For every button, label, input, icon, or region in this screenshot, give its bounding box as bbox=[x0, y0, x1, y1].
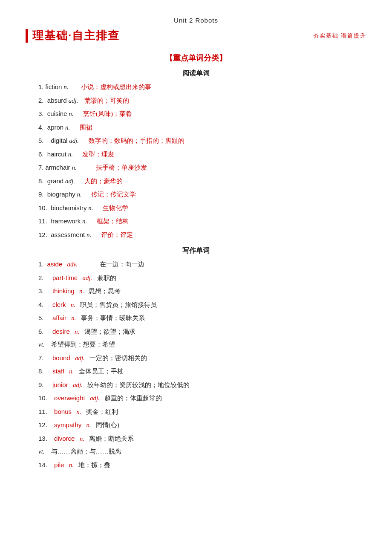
word-en: overweight bbox=[54, 394, 85, 402]
word-pos: n. bbox=[68, 315, 76, 321]
word-spacer bbox=[93, 422, 95, 428]
word-pos: n. bbox=[63, 84, 68, 90]
word-spacer bbox=[94, 275, 95, 281]
word-number: 12. assessment bbox=[38, 231, 85, 238]
list-item: 7. armchair n. 扶手椅；单座沙发 bbox=[38, 162, 366, 173]
word-pos-vt2: vt. bbox=[38, 448, 45, 455]
list-item: 10. overweight adj. 超重的；体重超常的 bbox=[38, 393, 366, 404]
word-zh: 在一边；向一边 bbox=[100, 261, 144, 268]
word-spacer bbox=[77, 301, 79, 308]
word-zh: 数字的；数码的；手指的；脚趾的 bbox=[89, 137, 184, 144]
word-pos: n. bbox=[76, 288, 84, 295]
word-en: armchair bbox=[45, 164, 70, 171]
word-en: aside bbox=[47, 260, 62, 268]
word-pos-vt: vt. bbox=[38, 341, 45, 348]
list-item: 8. grand adj. 大的；豪华的 bbox=[38, 176, 366, 187]
list-item: 2. absurd adj. 荒谬的；可笑的 bbox=[38, 95, 366, 107]
writing-section-title: 写作单词 bbox=[26, 246, 366, 255]
list-item: 12. sympathy n. 同情(心) bbox=[38, 419, 366, 431]
word-spacer bbox=[80, 97, 83, 104]
list-item: 3. thinking n. 思想；思考 bbox=[38, 286, 366, 297]
list-item: 1. fiction n. 小说；虚构或想出来的事 bbox=[38, 81, 366, 93]
word-en: fiction bbox=[45, 83, 62, 90]
word-zh: 堆；摞；叠 bbox=[78, 462, 110, 468]
word-zh: 小说；虚构或想出来的事 bbox=[81, 84, 151, 90]
word-spacer bbox=[70, 84, 80, 90]
word-zh: 发型；理发 bbox=[82, 151, 114, 158]
word-number: 11. bbox=[38, 408, 52, 415]
list-item: 4. clerk n. 职员；售货员；旅馆接待员 bbox=[38, 299, 366, 311]
word-number: 8. bbox=[38, 367, 51, 375]
word-spacer bbox=[81, 137, 87, 144]
word-zh: 奖金；红利 bbox=[86, 408, 118, 415]
word-spacer bbox=[81, 328, 83, 335]
top-divider bbox=[26, 13, 366, 13]
word-pos: adj. bbox=[68, 97, 78, 104]
list-item: 5. affair n. 事务；事情；暧昧关系 bbox=[38, 312, 366, 324]
word-number: 7. bbox=[38, 354, 51, 361]
word-spacer bbox=[93, 231, 99, 238]
word-zh: 事务；事情；暧昧关系 bbox=[81, 315, 145, 321]
word-en: affair bbox=[52, 314, 66, 321]
list-item: 6. desire n. 渴望；欲望；渴求 bbox=[38, 326, 366, 338]
word-number: 12. bbox=[38, 421, 52, 428]
word-number: 1. bbox=[38, 83, 44, 90]
list-item: 11. bonus n. 奖金；红利 bbox=[38, 406, 366, 418]
word-number: 2. bbox=[38, 274, 51, 281]
word-pos: n. bbox=[65, 124, 70, 131]
word-spacer bbox=[72, 124, 78, 131]
list-item: 14. pile n. 堆；摞；叠 bbox=[38, 460, 366, 471]
section-header-left: 理基础·自主排查 bbox=[26, 28, 120, 43]
word-en: staff bbox=[52, 367, 64, 375]
list-item: 13. divorce n. 离婚；断绝关系 bbox=[38, 433, 366, 445]
word-number: 5. bbox=[38, 314, 51, 321]
word-zh: 同情(心) bbox=[96, 422, 119, 428]
word-number: 10. bbox=[38, 394, 52, 402]
word-zh: 烹饪(风味)；菜肴 bbox=[83, 110, 132, 117]
word-pos: n. bbox=[73, 408, 81, 415]
word-spacer bbox=[78, 164, 94, 171]
word-spacer bbox=[83, 408, 84, 415]
word-number: 7. bbox=[38, 164, 44, 171]
red-bar-icon bbox=[26, 29, 28, 43]
word-zh: 渴望；欲望；渴求 bbox=[84, 328, 135, 335]
list-item: 1. aside adv. 在一边；向一边 bbox=[38, 259, 366, 270]
word-zh: 一定的；密切相关的 bbox=[89, 355, 147, 361]
word-spacer bbox=[86, 288, 87, 295]
word-pos: n. bbox=[72, 328, 80, 335]
word-number: 1. bbox=[38, 260, 46, 268]
word-zh: 较年幼的；资历较浅的；地位较低的 bbox=[87, 382, 190, 388]
word-en: thinking bbox=[52, 287, 75, 295]
word-en: pile bbox=[54, 461, 64, 468]
section-header-title: 理基础·自主排查 bbox=[32, 28, 120, 43]
word-zh: 希望得到；想要；希望 bbox=[51, 341, 115, 348]
word-zh: 思想；思考 bbox=[89, 288, 121, 295]
word-en: desire bbox=[52, 328, 70, 335]
word-zh: 荒谬的；可笑的 bbox=[84, 97, 129, 104]
word-number: 13. bbox=[38, 435, 52, 442]
writing-word-list: 1. aside adv. 在一边；向一边 2. part-time adj. … bbox=[38, 259, 366, 471]
word-spacer bbox=[89, 218, 95, 225]
word-number: 6. haircut bbox=[38, 150, 66, 158]
word-zh: 评价；评定 bbox=[101, 231, 133, 238]
reading-word-list: 1. fiction n. 小说；虚构或想出来的事 2. absurd adj.… bbox=[38, 81, 366, 240]
word-zh: 扶手椅；单座沙发 bbox=[96, 164, 147, 171]
word-zh: 职员；售货员；旅馆接待员 bbox=[80, 301, 157, 308]
word-number: 9. bbox=[38, 381, 51, 388]
word-pos: n. bbox=[82, 218, 87, 225]
list-item: 12. assessment n. 评价；评定 bbox=[38, 229, 366, 241]
word-spacer bbox=[75, 462, 77, 468]
word-spacer bbox=[75, 368, 77, 375]
word-pos: n. bbox=[66, 368, 74, 375]
word-number: 6. bbox=[38, 328, 51, 335]
word-pos: n. bbox=[88, 205, 93, 211]
word-number: 8. grand bbox=[38, 177, 63, 185]
word-spacer bbox=[95, 205, 101, 211]
word-en: bound bbox=[52, 354, 70, 361]
category-title: 【重点单词分类】 bbox=[26, 53, 366, 63]
word-pos: n. bbox=[76, 435, 84, 442]
word-zh: 超重的；体重超常的 bbox=[104, 395, 162, 402]
word-spacer bbox=[75, 151, 81, 158]
word-number: 4. apron bbox=[38, 124, 63, 131]
section-header-right-label: 夯实基础 语篇提升 bbox=[313, 32, 366, 40]
